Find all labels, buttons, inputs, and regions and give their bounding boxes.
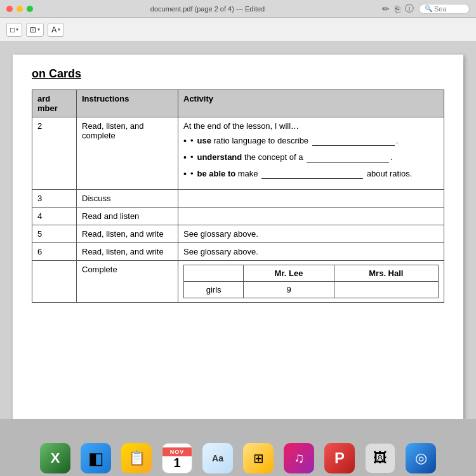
- instructions-cell: Read, listen, and complete: [77, 117, 178, 190]
- activity-cell: Mr. Lee Mrs. Hall girls 9: [178, 261, 444, 303]
- list-item: • use ratio language to describe .: [183, 136, 439, 146]
- header-instructions: Instructions: [77, 90, 178, 117]
- view-btn-1[interactable]: □ ▾: [6, 23, 22, 37]
- dock: X ◧ 📋 NOV 1 Aa ⊞ ♫: [0, 419, 476, 476]
- list-item: • understand the concept of a .: [183, 152, 439, 162]
- activity-cell: [178, 208, 444, 225]
- search-icon: 🔍: [425, 5, 432, 12]
- chevron-icon-2: ▾: [37, 27, 40, 32]
- activity-cell: [178, 190, 444, 208]
- lesson-table: ardmber Instructions Activity 2 Read, li…: [32, 89, 444, 303]
- stacks-icon: ⊞: [243, 443, 274, 473]
- toolbar: □ ▾ ⊡ ▾ A ▾: [0, 18, 476, 42]
- notes-icon: 📋: [121, 443, 152, 473]
- activity-cell: At the end of the lesson, I will… • use …: [178, 117, 444, 190]
- view-icon-1: □: [10, 25, 15, 34]
- bold-word: understand: [197, 152, 242, 162]
- chevron-icon-3: ▾: [58, 27, 60, 32]
- dock-item-excel[interactable]: X: [37, 443, 73, 473]
- table-row: 3 Discuss: [32, 190, 444, 208]
- table-row: 2 Read, listen, and complete At the end …: [32, 117, 444, 190]
- excel-icon: X: [40, 443, 70, 473]
- safari-glyph: ◎: [415, 450, 427, 466]
- instructions-cell: Discuss: [77, 190, 178, 208]
- powerpoint-icon: P: [324, 443, 355, 473]
- document-area: on Cards ardmber Instructions Activity 2…: [0, 42, 476, 423]
- dict-text: Aa: [212, 453, 223, 463]
- view-btn-2[interactable]: ⊡ ▾: [26, 23, 44, 37]
- photos-icon: 🖼: [365, 443, 395, 473]
- sub-table-row: girls 9: [184, 282, 439, 298]
- font-icon: A: [51, 25, 56, 34]
- activity-intro: At the end of the lesson, I will…: [183, 121, 439, 131]
- instructions-cell: Read, listen, and write: [77, 225, 178, 243]
- dock-item-safari[interactable]: ◎: [403, 443, 439, 473]
- blank-line: [261, 169, 363, 179]
- calendar-icon: NOV 1: [162, 443, 192, 473]
- dock-item-notes[interactable]: 📋: [119, 443, 154, 473]
- notes-glyph: 📋: [128, 450, 145, 466]
- activity-cell: See glossary above.: [178, 243, 444, 261]
- stacks-glyph: ⊞: [253, 451, 264, 466]
- photos-glyph: 🖼: [373, 450, 387, 466]
- safari-icon: ◎: [406, 443, 436, 473]
- pen-icon: ✏: [382, 4, 390, 14]
- dictionary-icon: Aa: [202, 443, 233, 473]
- header-card: ardmber: [32, 90, 77, 117]
- dock-item-stacks[interactable]: ⊞: [241, 443, 276, 473]
- dock-item-itunes[interactable]: ♫: [281, 443, 317, 473]
- card-number: 4: [32, 208, 77, 225]
- close-button[interactable]: [6, 6, 13, 12]
- dock-item-powerpoint[interactable]: P: [322, 443, 357, 473]
- title-bar: document.pdf (page 2 of 4) — Edited ✏ ⎘ …: [0, 0, 476, 18]
- dock-item-photos[interactable]: 🖼: [362, 443, 398, 473]
- table-row: 6 Read, listen, and write See glossary a…: [32, 243, 444, 261]
- card-number: 5: [32, 225, 77, 243]
- calendar-date: 1: [173, 456, 180, 469]
- instructions-cell: Complete: [77, 261, 178, 303]
- header-activity: Activity: [178, 90, 444, 117]
- activity-cell: See glossary above.: [178, 225, 444, 243]
- sub-cell-mrlee: 9: [244, 282, 334, 298]
- search-box[interactable]: 🔍 Sea: [419, 4, 470, 14]
- finder-icon: ◧: [81, 443, 111, 473]
- card-number: 3: [32, 190, 77, 208]
- page: on Cards ardmber Instructions Activity 2…: [13, 55, 463, 423]
- instructions-cell: Read, listen, and write: [77, 243, 178, 261]
- calendar-month: NOV: [162, 447, 192, 456]
- card-number: [32, 261, 77, 303]
- page-title: on Cards: [32, 67, 444, 81]
- maximize-button[interactable]: [27, 6, 33, 12]
- bold-word: use: [197, 136, 211, 145]
- list-item: • be able to make about ratios.: [183, 169, 439, 179]
- sub-header-mrlee: Mr. Lee: [244, 265, 334, 282]
- sub-cell-label: girls: [184, 282, 244, 298]
- itunes-icon: ♫: [284, 443, 314, 473]
- blank-line: [312, 136, 395, 146]
- font-btn[interactable]: A ▾: [48, 23, 64, 37]
- dock-item-dictionary[interactable]: Aa: [200, 443, 235, 473]
- minimize-button[interactable]: [17, 6, 23, 12]
- sub-header-mrshall: Mrs. Hall: [334, 265, 438, 282]
- activity-list: • use ratio language to describe . • und…: [183, 136, 439, 179]
- finder-face: ◧: [88, 449, 104, 468]
- powerpoint-letter: P: [334, 449, 345, 467]
- search-label: Sea: [434, 5, 447, 13]
- itunes-note: ♫: [294, 450, 305, 466]
- bold-word: be able to: [197, 169, 235, 178]
- excel-letter: X: [51, 450, 60, 466]
- table-row: 5 Read, listen, and write See glossary a…: [32, 225, 444, 243]
- dock-item-calendar[interactable]: NOV 1: [159, 443, 195, 473]
- chevron-icon-1: ▾: [16, 27, 18, 32]
- blank-line: [307, 152, 389, 162]
- dock-item-finder[interactable]: ◧: [78, 443, 114, 473]
- sub-cell-mrshall: [334, 282, 438, 298]
- sub-table: Mr. Lee Mrs. Hall girls 9: [183, 265, 439, 298]
- sub-header: [184, 265, 244, 282]
- card-number: 2: [32, 117, 77, 190]
- view-icon-2: ⊡: [30, 25, 36, 34]
- card-number: 6: [32, 243, 77, 261]
- table-row: Complete Mr. Lee Mrs. Hall: [32, 261, 444, 303]
- instructions-cell: Read and listen: [77, 208, 178, 225]
- table-row: 4 Read and listen: [32, 208, 444, 225]
